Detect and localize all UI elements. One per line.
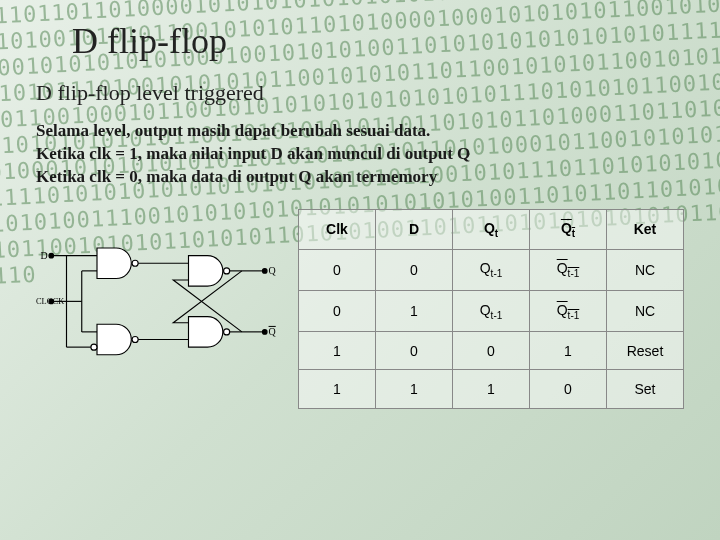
table-row: 1 0 0 1 Reset	[299, 332, 684, 370]
content: D flip-flop D flip-flop level triggered …	[0, 0, 720, 540]
th-qt: Qt	[453, 209, 530, 249]
table-row: 0 1 Qt-1 Qt-1 NC	[299, 290, 684, 331]
label-qbar: Q	[269, 326, 276, 337]
subtitle: D flip-flop level triggered	[36, 80, 684, 106]
page-title: D flip-flop	[72, 20, 684, 62]
svg-point-18	[262, 329, 267, 334]
th-qtbar: Qt	[530, 209, 607, 249]
table-row: 1 1 1 0 Set	[299, 370, 684, 408]
desc-line-3: Ketika clk = 0, maka data di output Q ak…	[36, 166, 684, 189]
th-clk: Clk	[299, 209, 376, 249]
table-header-row: Clk D Qt Qt Ket	[299, 209, 684, 249]
svg-point-17	[262, 268, 267, 273]
label-d: D	[41, 249, 48, 260]
svg-point-2	[49, 253, 54, 258]
truth-table: Clk D Qt Qt Ket 0 0 Qt-1 Qt-1 NC	[298, 209, 684, 409]
slide: 1011011011010000101010101010101010101010…	[0, 0, 720, 540]
th-ket: Ket	[607, 209, 684, 249]
description: Selama level, output masih dapat berubah…	[36, 120, 684, 189]
circuit-diagram: D CLOCK Q Q	[36, 209, 280, 409]
table-row: 0 0 Qt-1 Qt-1 NC	[299, 249, 684, 290]
label-clock: CLOCK	[36, 297, 64, 306]
desc-line-1: Selama level, output masih dapat berubah…	[36, 120, 684, 143]
label-q: Q	[269, 265, 276, 276]
svg-point-10	[91, 344, 97, 350]
th-d: D	[376, 209, 453, 249]
desc-line-2: Ketika clk = 1, maka nilai input D akan …	[36, 143, 684, 166]
